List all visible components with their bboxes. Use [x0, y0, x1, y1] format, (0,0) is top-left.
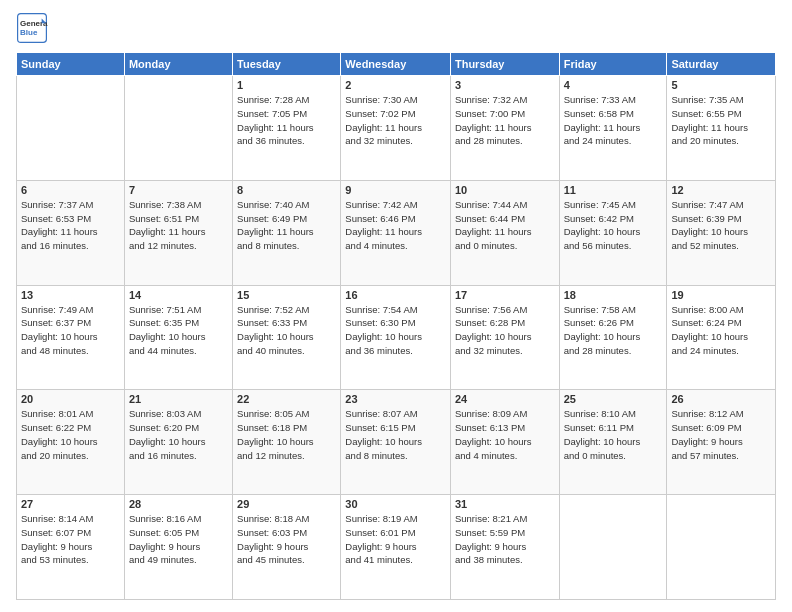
day-cell: 11Sunrise: 7:45 AMSunset: 6:42 PMDayligh…: [559, 180, 667, 285]
weekday-header-monday: Monday: [124, 53, 232, 76]
day-info: Sunrise: 7:52 AMSunset: 6:33 PMDaylight:…: [237, 303, 336, 358]
day-number: 27: [21, 498, 120, 510]
day-cell: 2Sunrise: 7:30 AMSunset: 7:02 PMDaylight…: [341, 76, 451, 181]
header: General Blue: [16, 12, 776, 44]
day-number: 3: [455, 79, 555, 91]
day-info: Sunrise: 7:49 AMSunset: 6:37 PMDaylight:…: [21, 303, 120, 358]
day-cell: [17, 76, 125, 181]
day-cell: 28Sunrise: 8:16 AMSunset: 6:05 PMDayligh…: [124, 495, 232, 600]
day-cell: 17Sunrise: 7:56 AMSunset: 6:28 PMDayligh…: [450, 285, 559, 390]
day-info: Sunrise: 7:30 AMSunset: 7:02 PMDaylight:…: [345, 93, 446, 148]
day-number: 31: [455, 498, 555, 510]
day-cell: 7Sunrise: 7:38 AMSunset: 6:51 PMDaylight…: [124, 180, 232, 285]
day-cell: 24Sunrise: 8:09 AMSunset: 6:13 PMDayligh…: [450, 390, 559, 495]
day-number: 2: [345, 79, 446, 91]
day-cell: 20Sunrise: 8:01 AMSunset: 6:22 PMDayligh…: [17, 390, 125, 495]
calendar-table: SundayMondayTuesdayWednesdayThursdayFrid…: [16, 52, 776, 600]
day-number: 4: [564, 79, 663, 91]
day-number: 26: [671, 393, 771, 405]
day-number: 16: [345, 289, 446, 301]
day-info: Sunrise: 8:18 AMSunset: 6:03 PMDaylight:…: [237, 512, 336, 567]
weekday-header-friday: Friday: [559, 53, 667, 76]
day-cell: 3Sunrise: 7:32 AMSunset: 7:00 PMDaylight…: [450, 76, 559, 181]
day-number: 13: [21, 289, 120, 301]
day-number: 5: [671, 79, 771, 91]
day-cell: 23Sunrise: 8:07 AMSunset: 6:15 PMDayligh…: [341, 390, 451, 495]
day-info: Sunrise: 7:44 AMSunset: 6:44 PMDaylight:…: [455, 198, 555, 253]
day-info: Sunrise: 7:28 AMSunset: 7:05 PMDaylight:…: [237, 93, 336, 148]
day-number: 11: [564, 184, 663, 196]
svg-text:Blue: Blue: [20, 28, 38, 37]
day-number: 9: [345, 184, 446, 196]
weekday-header-tuesday: Tuesday: [233, 53, 341, 76]
logo: General Blue: [16, 12, 52, 44]
day-info: Sunrise: 8:14 AMSunset: 6:07 PMDaylight:…: [21, 512, 120, 567]
day-cell: [667, 495, 776, 600]
day-info: Sunrise: 8:01 AMSunset: 6:22 PMDaylight:…: [21, 407, 120, 462]
day-info: Sunrise: 7:42 AMSunset: 6:46 PMDaylight:…: [345, 198, 446, 253]
day-cell: 25Sunrise: 8:10 AMSunset: 6:11 PMDayligh…: [559, 390, 667, 495]
day-info: Sunrise: 7:56 AMSunset: 6:28 PMDaylight:…: [455, 303, 555, 358]
day-info: Sunrise: 7:38 AMSunset: 6:51 PMDaylight:…: [129, 198, 228, 253]
day-cell: 15Sunrise: 7:52 AMSunset: 6:33 PMDayligh…: [233, 285, 341, 390]
day-number: 22: [237, 393, 336, 405]
page: General Blue SundayMondayTuesdayWednesda…: [0, 0, 792, 612]
weekday-header-wednesday: Wednesday: [341, 53, 451, 76]
day-number: 18: [564, 289, 663, 301]
week-row-3: 13Sunrise: 7:49 AMSunset: 6:37 PMDayligh…: [17, 285, 776, 390]
day-info: Sunrise: 7:54 AMSunset: 6:30 PMDaylight:…: [345, 303, 446, 358]
day-info: Sunrise: 8:07 AMSunset: 6:15 PMDaylight:…: [345, 407, 446, 462]
day-cell: 10Sunrise: 7:44 AMSunset: 6:44 PMDayligh…: [450, 180, 559, 285]
day-cell: 8Sunrise: 7:40 AMSunset: 6:49 PMDaylight…: [233, 180, 341, 285]
day-number: 29: [237, 498, 336, 510]
day-number: 30: [345, 498, 446, 510]
day-info: Sunrise: 7:45 AMSunset: 6:42 PMDaylight:…: [564, 198, 663, 253]
day-info: Sunrise: 8:21 AMSunset: 5:59 PMDaylight:…: [455, 512, 555, 567]
week-row-4: 20Sunrise: 8:01 AMSunset: 6:22 PMDayligh…: [17, 390, 776, 495]
day-cell: [124, 76, 232, 181]
day-cell: 12Sunrise: 7:47 AMSunset: 6:39 PMDayligh…: [667, 180, 776, 285]
day-number: 24: [455, 393, 555, 405]
day-number: 1: [237, 79, 336, 91]
day-info: Sunrise: 7:51 AMSunset: 6:35 PMDaylight:…: [129, 303, 228, 358]
weekday-header-saturday: Saturday: [667, 53, 776, 76]
day-cell: 21Sunrise: 8:03 AMSunset: 6:20 PMDayligh…: [124, 390, 232, 495]
day-number: 14: [129, 289, 228, 301]
day-number: 12: [671, 184, 771, 196]
day-number: 23: [345, 393, 446, 405]
weekday-header-row: SundayMondayTuesdayWednesdayThursdayFrid…: [17, 53, 776, 76]
day-info: Sunrise: 7:35 AMSunset: 6:55 PMDaylight:…: [671, 93, 771, 148]
day-cell: 6Sunrise: 7:37 AMSunset: 6:53 PMDaylight…: [17, 180, 125, 285]
day-number: 6: [21, 184, 120, 196]
day-info: Sunrise: 7:32 AMSunset: 7:00 PMDaylight:…: [455, 93, 555, 148]
week-row-2: 6Sunrise: 7:37 AMSunset: 6:53 PMDaylight…: [17, 180, 776, 285]
day-number: 10: [455, 184, 555, 196]
day-info: Sunrise: 8:09 AMSunset: 6:13 PMDaylight:…: [455, 407, 555, 462]
day-cell: 29Sunrise: 8:18 AMSunset: 6:03 PMDayligh…: [233, 495, 341, 600]
day-number: 20: [21, 393, 120, 405]
day-info: Sunrise: 8:03 AMSunset: 6:20 PMDaylight:…: [129, 407, 228, 462]
day-cell: 19Sunrise: 8:00 AMSunset: 6:24 PMDayligh…: [667, 285, 776, 390]
weekday-header-sunday: Sunday: [17, 53, 125, 76]
day-cell: 31Sunrise: 8:21 AMSunset: 5:59 PMDayligh…: [450, 495, 559, 600]
day-cell: 14Sunrise: 7:51 AMSunset: 6:35 PMDayligh…: [124, 285, 232, 390]
day-number: 17: [455, 289, 555, 301]
day-cell: 13Sunrise: 7:49 AMSunset: 6:37 PMDayligh…: [17, 285, 125, 390]
day-cell: [559, 495, 667, 600]
weekday-header-thursday: Thursday: [450, 53, 559, 76]
day-number: 19: [671, 289, 771, 301]
day-info: Sunrise: 8:12 AMSunset: 6:09 PMDaylight:…: [671, 407, 771, 462]
day-info: Sunrise: 8:16 AMSunset: 6:05 PMDaylight:…: [129, 512, 228, 567]
day-number: 15: [237, 289, 336, 301]
day-cell: 9Sunrise: 7:42 AMSunset: 6:46 PMDaylight…: [341, 180, 451, 285]
day-cell: 1Sunrise: 7:28 AMSunset: 7:05 PMDaylight…: [233, 76, 341, 181]
day-info: Sunrise: 8:00 AMSunset: 6:24 PMDaylight:…: [671, 303, 771, 358]
day-number: 7: [129, 184, 228, 196]
day-number: 8: [237, 184, 336, 196]
day-number: 25: [564, 393, 663, 405]
day-cell: 16Sunrise: 7:54 AMSunset: 6:30 PMDayligh…: [341, 285, 451, 390]
day-cell: 26Sunrise: 8:12 AMSunset: 6:09 PMDayligh…: [667, 390, 776, 495]
logo-icon: General Blue: [16, 12, 48, 44]
day-cell: 5Sunrise: 7:35 AMSunset: 6:55 PMDaylight…: [667, 76, 776, 181]
day-cell: 18Sunrise: 7:58 AMSunset: 6:26 PMDayligh…: [559, 285, 667, 390]
